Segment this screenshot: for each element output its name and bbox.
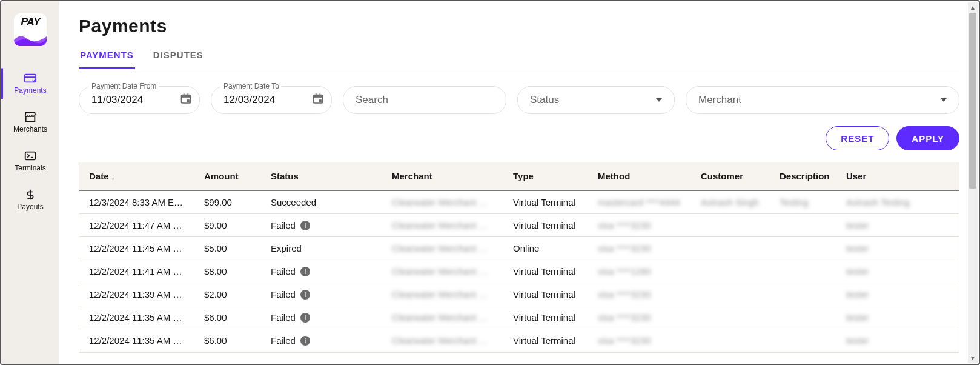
cell-customer	[691, 214, 770, 237]
date-to-field[interactable]: Payment Date To 12/03/2024	[211, 86, 332, 114]
tab-payments[interactable]: PAYMENTS	[79, 50, 135, 69]
cell-user: tester	[836, 329, 959, 352]
cell-customer: Avinash Singh	[691, 190, 770, 214]
cell-date: 12/2/2024 11:35 AM EST	[79, 306, 194, 329]
payments-table: Date↓ Amount Status Merchant Type Method…	[79, 162, 959, 353]
main-content: Payments PAYMENTS DISPUTES Payment Date …	[59, 1, 979, 364]
search-placeholder: Search	[356, 94, 388, 106]
cell-description	[770, 329, 836, 352]
sidebar-item-label: Payments	[14, 86, 46, 95]
date-from-value: 11/03/2024	[91, 94, 143, 106]
scroll-down-icon[interactable]: ▼	[968, 353, 978, 363]
col-date[interactable]: Date↓	[79, 162, 194, 190]
status-select[interactable]: Status	[517, 86, 675, 114]
cell-merchant: Clearwater Merchant Dev	[382, 329, 503, 352]
status-text: Failed	[271, 220, 296, 230]
sidebar-item-merchants[interactable]: Merchants	[1, 103, 59, 142]
terminal-icon	[24, 150, 37, 161]
sidebar-item-label: Payouts	[17, 203, 43, 211]
cell-customer	[691, 260, 770, 283]
apply-button[interactable]: APPLY	[896, 126, 959, 150]
cell-amount: $9.00	[194, 214, 261, 237]
cell-customer	[691, 237, 770, 260]
col-merchant[interactable]: Merchant	[382, 162, 503, 190]
cell-amount: $8.00	[194, 260, 261, 283]
svg-rect-6	[187, 99, 190, 102]
merchant-select[interactable]: Merchant	[686, 86, 959, 114]
sidebar-item-payouts[interactable]: Payouts	[1, 181, 59, 219]
merchant-placeholder: Merchant	[698, 94, 741, 106]
sidebar-item-payments[interactable]: Payments	[1, 64, 59, 103]
date-to-label: Payment Date To	[221, 82, 282, 90]
status-text: Failed	[271, 312, 296, 323]
sidebar-item-terminals[interactable]: Terminals	[1, 142, 59, 181]
cell-type: Virtual Terminal	[503, 260, 588, 283]
status-text: Failed	[271, 266, 296, 276]
info-icon[interactable]: i	[300, 313, 310, 323]
cell-method: visa ****3230	[588, 237, 691, 260]
table-row[interactable]: 12/3/2024 8:33 AM EST$99.00SucceededClea…	[79, 190, 959, 214]
date-from-field[interactable]: Payment Date From 11/03/2024	[79, 86, 200, 114]
sidebar-item-label: Merchants	[13, 125, 47, 133]
cell-user: tester	[836, 237, 959, 260]
cell-type: Virtual Terminal	[503, 214, 588, 237]
storefront-icon	[24, 112, 37, 122]
info-icon[interactable]: i	[300, 221, 310, 230]
table-row[interactable]: 12/2/2024 11:45 AM EST$5.00ExpiredClearw…	[79, 237, 959, 260]
date-from-label: Payment Date From	[89, 82, 159, 90]
filter-actions: RESET APPLY	[79, 126, 959, 150]
table-row[interactable]: 12/2/2024 11:41 AM EST$8.00FailediClearw…	[79, 260, 959, 283]
info-icon[interactable]: i	[300, 290, 310, 300]
cell-amount: $99.00	[194, 190, 261, 214]
cell-description	[770, 237, 836, 260]
cell-status: Failedi	[261, 329, 382, 352]
col-status[interactable]: Status	[261, 162, 382, 190]
date-to-value: 12/03/2024	[223, 94, 275, 106]
cell-customer	[691, 329, 770, 352]
col-type[interactable]: Type	[503, 162, 588, 190]
scroll-up-icon[interactable]: ▲	[968, 2, 978, 12]
chevron-down-icon	[656, 98, 662, 102]
cell-status: Failedi	[261, 214, 382, 237]
scroll-thumb[interactable]	[969, 13, 976, 189]
cell-method: visa ****3230	[588, 329, 691, 352]
table-row[interactable]: 12/2/2024 11:39 AM EST$2.00FailediClearw…	[79, 283, 959, 306]
cell-method: mastercard ****4444	[588, 190, 691, 214]
col-user[interactable]: User	[836, 162, 959, 190]
status-text: Failed	[271, 335, 296, 346]
calendar-icon[interactable]	[180, 93, 192, 108]
cell-description	[770, 283, 836, 306]
col-customer[interactable]: Customer	[691, 162, 770, 190]
cell-type: Virtual Terminal	[503, 329, 588, 352]
reset-button[interactable]: RESET	[826, 126, 889, 150]
vertical-scrollbar[interactable]: ▲ ▼	[968, 2, 978, 363]
svg-rect-10	[320, 93, 321, 95]
app-logo: PAY	[14, 13, 47, 46]
info-icon[interactable]: i	[300, 336, 310, 346]
col-method[interactable]: Method	[588, 162, 691, 190]
status-text: Expired	[271, 243, 302, 253]
cell-merchant: Clearwater Merchant Dev	[382, 283, 503, 306]
table-row[interactable]: 12/2/2024 11:47 AM EST$9.00FailediClearw…	[79, 214, 959, 237]
cell-merchant: Clearwater Merchant Dev	[382, 214, 503, 237]
sidebar-item-label: Terminals	[15, 164, 45, 172]
col-amount[interactable]: Amount	[194, 162, 261, 190]
col-description[interactable]: Description	[770, 162, 836, 190]
cell-type: Virtual Terminal	[503, 190, 588, 214]
status-text: Succeeded	[271, 197, 316, 207]
cell-date: 12/2/2024 11:41 AM EST	[79, 260, 194, 283]
cell-status: Failedi	[261, 283, 382, 306]
search-input[interactable]: Search	[343, 86, 506, 114]
cell-description	[770, 306, 836, 329]
tabs: PAYMENTS DISPUTES	[79, 50, 959, 69]
chevron-down-icon	[941, 98, 947, 102]
info-icon[interactable]: i	[300, 267, 310, 276]
svg-rect-9	[316, 93, 317, 95]
calendar-icon[interactable]	[312, 93, 324, 108]
svg-rect-5	[188, 93, 189, 95]
table-row[interactable]: 12/2/2024 11:35 AM EST$6.00FailediClearw…	[79, 329, 959, 352]
table-row[interactable]: 12/2/2024 11:35 AM EST$6.00FailediClearw…	[79, 306, 959, 329]
tab-disputes[interactable]: DISPUTES	[152, 50, 205, 69]
svg-rect-11	[319, 99, 322, 102]
cell-method: visa ****3230	[588, 283, 691, 306]
